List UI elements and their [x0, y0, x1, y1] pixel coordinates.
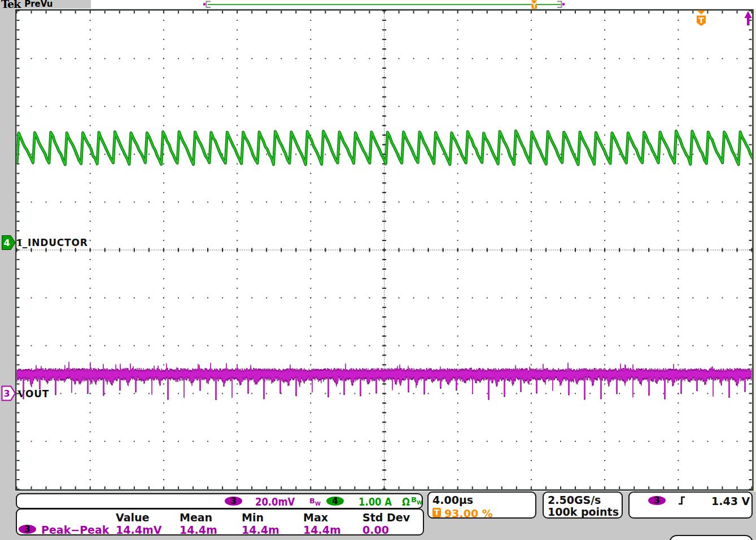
measurement-box: Value Mean Min Max Std Dev 3 Peak−Peak 1… [16, 508, 424, 535]
meas-col-min: Min [242, 512, 264, 523]
trigger-readout-box: 3 1.43 V [628, 491, 753, 519]
popup-box-stub [669, 535, 753, 540]
ch3-scale: 20.0mV [255, 496, 295, 507]
ch4-badge: 4 [326, 497, 344, 506]
ch3-position-marker: 3 [2, 387, 16, 401]
ch3-marker-label: 3 [3, 388, 10, 399]
ch4-position-marker: 4 [2, 236, 16, 250]
status-bar: Tek PreVu [0, 0, 91, 8]
meas-value: 14.4mV [116, 525, 161, 535]
vertical-readout-box: 3 20.0mV BW 4 1.00 A Ω BW [16, 493, 423, 509]
timebase-scale: 4.00µs [432, 495, 473, 506]
trigger-position-percent: 93.00 % [444, 508, 493, 519]
meas-col-stddev: Std Dev [362, 512, 410, 523]
meas-min: 14.4m [242, 525, 279, 535]
tek-logo: Tek [1, 1, 20, 8]
record-trigger-marker-label: T [532, 3, 536, 9]
acquisition-mode-label: PreVu [24, 1, 53, 8]
ch4-label: I_INDUCTOR [18, 237, 88, 248]
meas-max: 14.4m [303, 525, 341, 535]
ch4-coupling-icon: Ω [402, 496, 410, 507]
record-view-ch3-marker-right [562, 3, 565, 6]
meas-col-value: Value [116, 512, 149, 523]
trigger-position-icon: T [432, 508, 441, 517]
meas-stddev: 0.00 [362, 525, 389, 535]
trigger-source-badge: 3 [648, 496, 666, 505]
ch3-badge: 3 [225, 497, 242, 506]
trigger-level: 1.43 V [711, 496, 750, 507]
ch4-marker-label: 4 [3, 238, 10, 248]
acquisition-readout-box: 2.50GS/s 100k points [543, 491, 623, 519]
meas-col-max: Max [303, 512, 328, 523]
trigger-flag-label: T [698, 16, 704, 25]
ch4-scale: 1.00 A [359, 496, 392, 507]
horizontal-readout-box: 4.00µs T 93.00 % [427, 491, 536, 519]
scope-display: T T 4 3 [0, 0, 756, 540]
ch4-bandwidth-icon: BW [411, 495, 422, 506]
record-length: 100k points [548, 507, 619, 517]
meas-col-mean: Mean [180, 512, 212, 523]
meas-source-badge: 3 [19, 525, 36, 534]
record-view-ch3-marker-left [203, 3, 206, 6]
meas-mean: 14.4m [180, 525, 217, 535]
ch3-label: VOUT [18, 388, 49, 399]
meas-name: Peak−Peak [41, 525, 109, 535]
record-view-bar: T [203, 1, 565, 9]
ch3-bandwidth-icon: BW [309, 497, 321, 507]
sample-rate: 2.50GS/s [548, 495, 601, 506]
trigger-slope-icon [678, 495, 687, 506]
